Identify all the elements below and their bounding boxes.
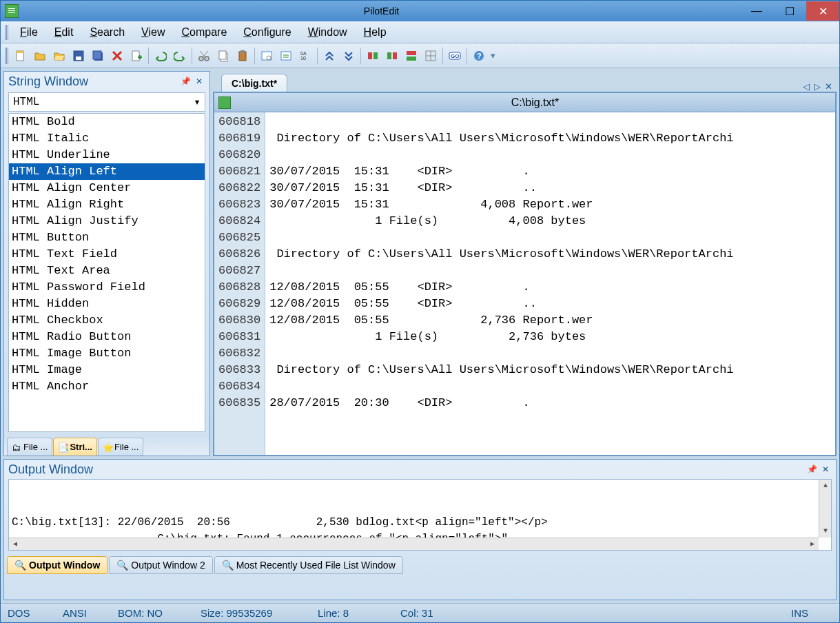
- svg-rect-24: [393, 52, 397, 59]
- string-item[interactable]: HTML Hidden: [9, 296, 205, 312]
- svg-rect-26: [407, 57, 416, 61]
- tab-next-icon[interactable]: ▷: [814, 81, 821, 92]
- redo-button[interactable]: [171, 47, 189, 65]
- string-item[interactable]: HTML Align Right: [9, 196, 205, 213]
- svg-rect-2: [8, 12, 15, 13]
- output-tab-2[interactable]: 🔍Most Recently Used File List Window: [214, 556, 403, 574]
- save-all-button[interactable]: [89, 47, 107, 65]
- editor-title: C:\big.txt*: [235, 96, 835, 109]
- string-item[interactable]: HTML Text Area: [9, 263, 205, 279]
- app-icon: [5, 4, 19, 18]
- string-item[interactable]: HTML Checkbox: [9, 312, 205, 329]
- svg-rect-13: [219, 51, 226, 59]
- pin-icon[interactable]: 📌: [179, 75, 192, 88]
- string-item[interactable]: HTML Password Field: [9, 279, 205, 296]
- string-item[interactable]: HTML Underline: [9, 147, 205, 163]
- output-tab-0[interactable]: 🔍Output Window: [7, 556, 107, 574]
- open-folder-button[interactable]: [50, 47, 68, 65]
- string-item[interactable]: HTML Align Left: [9, 163, 205, 180]
- delete-button[interactable]: [108, 47, 126, 65]
- code-area[interactable]: Directory of C:\Users\All Users\Microsof…: [265, 112, 835, 455]
- scroll-up-icon[interactable]: ▲: [819, 480, 832, 492]
- left-tab-2[interactable]: ⭐File ...: [98, 438, 143, 456]
- menu-edit[interactable]: Edit: [46, 23, 82, 41]
- string-item[interactable]: HTML Image Button: [9, 345, 205, 362]
- svg-text:0A: 0A: [300, 51, 307, 56]
- menubar: FileEditSearchViewCompareConfigureWindow…: [1, 21, 839, 43]
- copy-button[interactable]: [214, 47, 232, 65]
- find-button[interactable]: [258, 47, 276, 65]
- output-close-icon[interactable]: ✕: [819, 463, 832, 476]
- string-item[interactable]: HTML Anchor: [9, 378, 205, 395]
- toolbar-handle-icon[interactable]: [5, 48, 9, 64]
- svg-rect-9: [132, 51, 139, 61]
- document-icon: [218, 96, 231, 109]
- string-item[interactable]: HTML Align Justify: [9, 213, 205, 229]
- output-body[interactable]: C:\big.txt[13]: 22/06/2015 20:56 2,530 b…: [8, 479, 832, 551]
- string-icon: 📑: [58, 442, 68, 452]
- document-tab[interactable]: C:\big.txt*: [221, 74, 287, 92]
- menu-file[interactable]: File: [12, 23, 46, 41]
- new-file-button[interactable]: [12, 47, 30, 65]
- replace-button[interactable]: [277, 47, 295, 65]
- help-button[interactable]: ?: [470, 47, 488, 65]
- menu-view[interactable]: View: [133, 23, 173, 41]
- output-tab-1[interactable]: 🔍Output Window 2: [109, 556, 212, 574]
- app-title: PilotEdit: [23, 6, 740, 17]
- tab-close-icon[interactable]: ✕: [825, 81, 832, 92]
- string-item[interactable]: HTML Italic: [9, 130, 205, 147]
- maximize-button[interactable]: ☐: [773, 1, 806, 21]
- open-file-button[interactable]: [31, 47, 49, 65]
- menu-configure[interactable]: Configure: [235, 23, 299, 41]
- save-button[interactable]: [70, 47, 88, 65]
- panel-close-icon[interactable]: ✕: [193, 75, 205, 88]
- svg-rect-18: [281, 52, 291, 60]
- minimize-button[interactable]: —: [740, 1, 773, 21]
- string-item[interactable]: HTML Bold: [9, 114, 205, 130]
- left-tab-1[interactable]: 📑Stri...: [53, 438, 97, 456]
- menu-window[interactable]: Window: [300, 23, 356, 41]
- document-tabs: C:\big.txt* ◁ ▷ ✕: [213, 71, 837, 92]
- output-tabs: 🔍Output Window🔍Output Window 2🔍Most Rece…: [4, 553, 836, 574]
- output-pin-icon[interactable]: 📌: [806, 463, 818, 476]
- close-button[interactable]: ✕: [806, 1, 839, 21]
- string-type-dropdown[interactable]: HTML ▾: [8, 92, 205, 112]
- compare-3-button[interactable]: [402, 47, 420, 65]
- scroll-down-icon[interactable]: ▼: [819, 525, 832, 538]
- menu-help[interactable]: Help: [356, 23, 395, 41]
- scroll-left-icon[interactable]: ◀: [9, 538, 21, 551]
- paste-button[interactable]: [234, 47, 252, 65]
- string-item[interactable]: HTML Button: [9, 229, 205, 246]
- add-doc-button[interactable]: [127, 47, 145, 65]
- go-button[interactable]: GO: [446, 47, 464, 65]
- editor-body[interactable]: 606818 606819 606820 606821 606822 60682…: [214, 112, 835, 455]
- svg-rect-22: [373, 52, 378, 59]
- menu-handle-icon[interactable]: [5, 25, 9, 40]
- string-item[interactable]: HTML Align Center: [9, 180, 205, 196]
- string-list[interactable]: HTML BoldHTML ItalicHTML UnderlineHTML A…: [8, 113, 205, 432]
- menu-compare[interactable]: Compare: [173, 23, 235, 41]
- prev-diff-button[interactable]: [340, 47, 358, 65]
- output-title: Output Window: [8, 462, 804, 477]
- hex-10-button[interactable]: 0A10: [296, 47, 314, 65]
- compare-4-button[interactable]: [422, 47, 440, 65]
- string-item[interactable]: HTML Image: [9, 362, 205, 378]
- toolbar-overflow-icon[interactable]: ▾: [489, 48, 496, 64]
- compare-1-button[interactable]: [364, 47, 382, 65]
- scroll-right-icon[interactable]: ▶: [806, 538, 819, 551]
- toolbar-separator: [442, 48, 443, 64]
- string-item[interactable]: HTML Text Field: [9, 246, 205, 263]
- svg-rect-8: [93, 51, 101, 59]
- next-diff-button[interactable]: [320, 47, 338, 65]
- left-tab-0[interactable]: 🗂File ...: [7, 438, 52, 456]
- output-hscrollbar[interactable]: ◀ ▶: [9, 538, 819, 550]
- svg-text:GO: GO: [451, 53, 459, 59]
- cut-button[interactable]: [195, 47, 213, 65]
- undo-button[interactable]: [152, 47, 170, 65]
- tab-prev-icon[interactable]: ◁: [803, 81, 810, 92]
- menu-search[interactable]: Search: [81, 23, 133, 41]
- string-item[interactable]: HTML Radio Button: [9, 329, 205, 345]
- toolbar-separator: [148, 48, 149, 64]
- output-vscrollbar[interactable]: ▲ ▼: [819, 480, 831, 538]
- compare-2-button[interactable]: [383, 47, 401, 65]
